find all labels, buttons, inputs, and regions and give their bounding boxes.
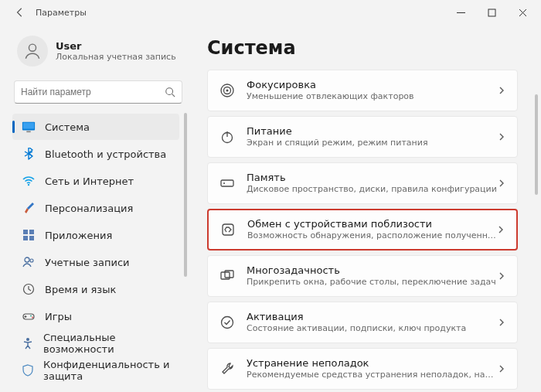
- card-subtitle: Возможность обнаружения, расположение по…: [247, 230, 496, 241]
- card-subtitle: Прикрепить окна, рабочие столы, переключ…: [247, 277, 497, 288]
- card-focus[interactable]: Фокусировка Уменьшение отвлекающих факто…: [207, 70, 518, 111]
- svg-point-1: [29, 44, 36, 51]
- brush-icon: [22, 201, 36, 215]
- sidebar-item-gaming[interactable]: Игры: [12, 303, 179, 329]
- card-subtitle: Дисковое пространство, диски, правила ко…: [247, 184, 497, 195]
- sidebar-item-label: Время и язык: [45, 284, 116, 295]
- bluetooth-icon: [22, 147, 36, 161]
- sidebar-item-label: Персонализация: [45, 203, 133, 214]
- card-troubleshoot[interactable]: Устранение неполадок Рекомендуемые средс…: [207, 348, 518, 390]
- card-multitasking[interactable]: Многозадачность Прикрепить окна, рабочие…: [207, 255, 518, 297]
- search-icon: [165, 87, 175, 97]
- card-text: Обмен с устройствами поблизости Возможно…: [247, 218, 496, 241]
- close-button[interactable]: [507, 0, 538, 25]
- card-storage[interactable]: Память Дисковое пространство, диски, пра…: [207, 162, 518, 204]
- svg-point-23: [223, 182, 225, 184]
- sidebar-item-label: Сеть и Интернет: [45, 176, 134, 187]
- card-text: Многозадачность Прикрепить окна, рабочие…: [247, 264, 497, 288]
- svg-rect-4: [23, 123, 34, 129]
- sidebar-item-network[interactable]: Сеть и Интернет: [12, 168, 179, 194]
- system-icon: [22, 120, 36, 134]
- svg-rect-22: [221, 180, 233, 186]
- window-controls: [445, 0, 538, 25]
- gaming-icon: [22, 309, 36, 323]
- window-title: Параметры: [36, 8, 87, 18]
- card-text: Активация Состояние активации, подписки,…: [247, 311, 497, 334]
- main-scrollbar[interactable]: [535, 94, 538, 195]
- chevron-right-icon: [497, 364, 506, 373]
- card-title: Устранение неполадок: [247, 357, 497, 370]
- multitask-icon: [219, 268, 236, 285]
- svg-point-11: [25, 257, 29, 262]
- card-title: Питание: [247, 125, 497, 138]
- power-icon: [219, 128, 236, 145]
- share-icon: [219, 221, 236, 238]
- chevron-right-icon: [497, 132, 506, 141]
- svg-point-2: [166, 88, 173, 95]
- sidebar-item-label: Игры: [45, 311, 72, 322]
- card-title: Обмен с устройствами поблизости: [247, 218, 496, 230]
- arrow-left-icon: [15, 7, 26, 18]
- sidebar-item-personalization[interactable]: Персонализация: [12, 195, 179, 221]
- sidebar-item-time-language[interactable]: Время и язык: [12, 276, 179, 302]
- svg-point-27: [222, 317, 233, 329]
- sidebar-item-windows-update[interactable]: Центр обновления Windows: [12, 384, 179, 386]
- chevron-right-icon: [497, 318, 506, 327]
- svg-rect-7: [23, 230, 28, 234]
- svg-point-20: [226, 90, 229, 92]
- card-power[interactable]: Питание Экран и спящий режим, режим пита…: [207, 116, 518, 158]
- card-text: Устранение неполадок Рекомендуемые средс…: [247, 357, 497, 380]
- sidebar-item-accounts[interactable]: Учетные записи: [12, 249, 179, 275]
- back-button[interactable]: [8, 0, 32, 25]
- sidebar-item-label: Учетные записи: [45, 257, 130, 268]
- chevron-right-icon: [497, 179, 506, 188]
- sidebar-item-label: Система: [45, 121, 90, 133]
- card-title: Активация: [247, 311, 497, 323]
- card-text: Фокусировка Уменьшение отвлекающих факто…: [247, 79, 497, 102]
- card-text: Память Дисковое пространство, диски, пра…: [247, 172, 497, 195]
- chevron-right-icon: [496, 225, 505, 234]
- sidebar-item-apps[interactable]: Приложения: [12, 222, 179, 248]
- card-title: Фокусировка: [247, 79, 497, 91]
- activation-icon: [219, 314, 236, 331]
- sidebar-item-system[interactable]: Система: [12, 114, 179, 140]
- svg-rect-0: [488, 9, 495, 16]
- search-box[interactable]: [14, 80, 182, 104]
- svg-point-12: [30, 259, 33, 262]
- svg-point-16: [32, 317, 33, 319]
- storage-icon: [219, 175, 236, 192]
- card-nearby-sharing[interactable]: Обмен с устройствами поблизости Возможно…: [207, 209, 518, 251]
- sidebar-nav: Система Bluetooth и устройства Сеть и Ин…: [11, 113, 187, 386]
- accounts-icon: [22, 255, 36, 269]
- sidebar-scrollbar[interactable]: [184, 113, 187, 277]
- titlebar: Параметры: [0, 0, 541, 25]
- svg-rect-10: [29, 236, 34, 240]
- accessibility-icon: [22, 336, 34, 350]
- minimize-button[interactable]: [445, 0, 476, 25]
- sidebar-item-privacy[interactable]: Конфиденциальность и защита: [12, 357, 179, 383]
- wrench-icon: [219, 360, 236, 377]
- wifi-icon: [22, 174, 36, 188]
- person-icon: [22, 41, 43, 61]
- card-text: Питание Экран и спящий режим, режим пита…: [247, 125, 497, 148]
- sidebar-item-bluetooth[interactable]: Bluetooth и устройства: [12, 141, 179, 167]
- card-subtitle: Состояние активации, подписки, ключ прод…: [247, 323, 497, 334]
- avatar: [17, 36, 48, 66]
- maximize-button[interactable]: [476, 0, 507, 25]
- shield-icon: [22, 363, 34, 377]
- sidebar-item-label: Специальные возможности: [43, 332, 170, 355]
- card-subtitle: Рекомендуемые средства устранения непола…: [247, 370, 497, 380]
- content-area: User Локальная учетная запись Система Bl…: [0, 25, 541, 392]
- close-icon: [519, 9, 527, 17]
- search-input[interactable]: [21, 87, 165, 97]
- user-text: User Локальная учетная запись: [56, 40, 176, 62]
- sidebar-item-label: Bluetooth и устройства: [45, 148, 166, 160]
- user-name: User: [56, 40, 176, 52]
- user-subtitle: Локальная учетная запись: [56, 52, 176, 62]
- sidebar-item-accessibility[interactable]: Специальные возможности: [12, 330, 179, 356]
- card-activation[interactable]: Активация Состояние активации, подписки,…: [207, 302, 518, 343]
- svg-rect-8: [29, 230, 34, 234]
- page-title: Система: [207, 37, 522, 59]
- user-block[interactable]: User Локальная учетная запись: [11, 31, 187, 77]
- focus-icon: [219, 82, 236, 99]
